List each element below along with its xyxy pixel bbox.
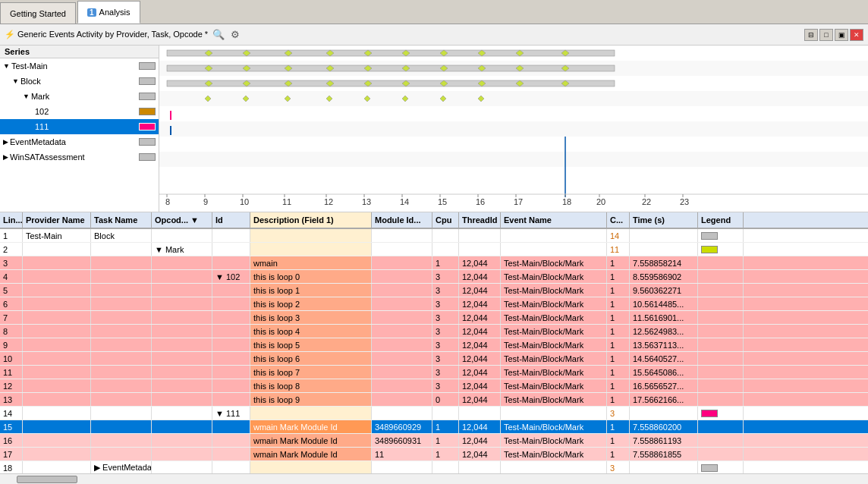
scrollbar-thumb[interactable]: [17, 476, 77, 483]
expand-mark[interactable]: ▼: [23, 93, 30, 100]
expand-eventmetadata[interactable]: ▶: [3, 138, 8, 146]
settings-icon[interactable]: ⚙: [229, 29, 241, 41]
td-legend: [698, 434, 744, 447]
svg-text:16: 16: [476, 197, 485, 206]
td-legend: [698, 407, 744, 420]
td-evname: Test-Main/Block/Mark: [501, 311, 607, 324]
table-row[interactable]: 15 wmain Mark Module Id 3489660929 1 12,…: [0, 420, 868, 434]
th-opcode[interactable]: Opcod... ▼: [152, 212, 212, 228]
table-row[interactable]: 7 this is loop 3 3 12,044 Test-Main/Bloc…: [0, 311, 868, 325]
table-row[interactable]: 11 this is loop 7 3 12,044 Test-Main/Blo…: [0, 366, 868, 379]
svg-text:14: 14: [400, 197, 409, 206]
td-opcode: [152, 325, 212, 338]
th-legend[interactable]: Legend: [698, 212, 744, 228]
table-row[interactable]: 13 this is loop 9 0 12,044 Test-Main/Blo…: [0, 393, 868, 407]
td-provider: [23, 379, 91, 392]
table-row[interactable]: 8 this is loop 4 3 12,044 Test-Main/Bloc…: [0, 325, 868, 338]
td-thread: 12,044: [459, 311, 501, 324]
td-task: [91, 311, 152, 324]
th-desc[interactable]: Description (Field 1): [250, 212, 372, 228]
td-provider: [23, 311, 91, 324]
td-evname: Test-Main/Block/Mark: [501, 256, 607, 269]
series-item-block[interactable]: ▼ Block: [0, 74, 159, 89]
td-evname: Test-Main/Block/Mark: [501, 352, 607, 365]
tile-button[interactable]: ▣: [835, 29, 848, 41]
series-color-102: [139, 108, 156, 115]
series-name-winsatassessment: WinSATAssessment: [10, 152, 139, 162]
tab-analysis[interactable]: 1 Analysis: [77, 1, 140, 24]
th-evname[interactable]: Event Name: [501, 212, 607, 228]
series-item-winsatassessment[interactable]: ▶ WinSATAssessment: [0, 149, 159, 165]
table-row[interactable]: 4 ▼ 102 this is loop 0 3 12,044 Test-Mai…: [0, 270, 868, 284]
td-desc: this is loop 2: [250, 297, 372, 310]
series-item-test-main[interactable]: ▼ Test-Main: [0, 58, 159, 74]
th-time[interactable]: Time (s): [630, 212, 698, 228]
table-row[interactable]: 3 wmain 1 12,044 Test-Main/Block/Mark 1 …: [0, 256, 868, 270]
th-lin[interactable]: Lin...: [0, 212, 23, 228]
table-row[interactable]: 16 wmain Mark Module Id 3489660931 1 12,…: [0, 434, 868, 448]
td-time: 10.5614485...: [630, 297, 698, 310]
maximize-button[interactable]: □: [819, 29, 833, 41]
table-row[interactable]: 17 wmain Mark Module Id 11 1 12,044 Test…: [0, 448, 868, 461]
table-row[interactable]: 18 ▶ EventMetadata 3: [0, 461, 868, 473]
table-row[interactable]: 6 this is loop 2 3 12,044 Test-Main/Bloc…: [0, 297, 868, 311]
th-cpu[interactable]: Cpu: [432, 212, 459, 228]
td-provider: [23, 256, 91, 269]
td-provider: [23, 297, 91, 310]
table-row[interactable]: 1 Test-Main Block 14: [0, 229, 868, 243]
td-task: [91, 243, 152, 256]
td-modid: [372, 311, 432, 324]
expand-block[interactable]: ▼: [12, 77, 19, 85]
table-row[interactable]: 10 this is loop 6 3 12,044 Test-Main/Blo…: [0, 352, 868, 366]
td-id: [212, 379, 250, 392]
th-provider[interactable]: Provider Name: [23, 212, 91, 228]
td-modid: [372, 461, 432, 473]
td-evname: Test-Main/Block/Mark: [501, 297, 607, 310]
th-task[interactable]: Task Name: [91, 212, 152, 228]
table-row[interactable]: 14 ▼ 111 3: [0, 407, 868, 420]
svg-text:20: 20: [596, 197, 605, 206]
td-opcode: [152, 338, 212, 351]
series-item-102[interactable]: 102: [0, 104, 159, 119]
td-c: 1: [607, 366, 630, 379]
td-evname: Test-Main/Block/Mark: [501, 270, 607, 283]
expand-winsatassessment[interactable]: ▶: [3, 153, 8, 161]
series-item-mark[interactable]: ▼ Mark: [0, 89, 159, 104]
td-c: 1: [607, 311, 630, 324]
td-task: [91, 434, 152, 447]
td-evname: Test-Main/Block/Mark: [501, 393, 607, 406]
chart-canvas[interactable]: 8 9 10 11 12 13 14 15 16 17 18: [159, 46, 868, 212]
td-provider: [23, 338, 91, 351]
series-item-111[interactable]: 111: [0, 119, 159, 134]
th-modid[interactable]: Module Id...: [372, 212, 432, 228]
table-row[interactable]: 5 this is loop 1 3 12,044 Test-Main/Bloc…: [0, 284, 868, 297]
minimize-button[interactable]: ⊟: [804, 29, 818, 41]
td-evname: Test-Main/Block/Mark: [501, 434, 607, 447]
table-row[interactable]: 9 this is loop 5 3 12,044 Test-Main/Bloc…: [0, 338, 868, 352]
td-evname: Test-Main/Block/Mark: [501, 325, 607, 338]
th-thread[interactable]: ThreadId: [459, 212, 501, 228]
expand-test-main[interactable]: ▼: [3, 62, 10, 70]
td-lin: 1: [0, 229, 23, 242]
table-row[interactable]: 12 this is loop 8 3 12,044 Test-Main/Blo…: [0, 379, 868, 393]
td-evname: Test-Main/Block/Mark: [501, 366, 607, 379]
td-c: 1: [607, 284, 630, 297]
svg-rect-5: [159, 121, 868, 137]
search-icon[interactable]: 🔍: [212, 29, 225, 41]
tab-getting-started[interactable]: Getting Started: [0, 2, 76, 24]
td-id: ▼ 102: [212, 270, 250, 283]
horizontal-scrollbar[interactable]: [0, 473, 868, 484]
series-item-eventmetadata[interactable]: ▶ EventMetadata: [0, 134, 159, 149]
td-opcode: [152, 256, 212, 269]
td-provider: [23, 407, 91, 420]
table-row[interactable]: 2 ▼ Mark 11: [0, 243, 868, 256]
th-c[interactable]: C...: [607, 212, 630, 228]
svg-rect-3: [159, 91, 868, 106]
table-body[interactable]: 1 Test-Main Block 14 2 ▼ Mark: [0, 229, 868, 473]
close-button[interactable]: ✕: [850, 29, 863, 41]
td-desc: this is loop 5: [250, 338, 372, 351]
td-desc: this is loop 4: [250, 325, 372, 338]
td-opcode: [152, 461, 212, 473]
series-name-111: 111: [35, 122, 139, 131]
th-id[interactable]: Id: [212, 212, 250, 228]
